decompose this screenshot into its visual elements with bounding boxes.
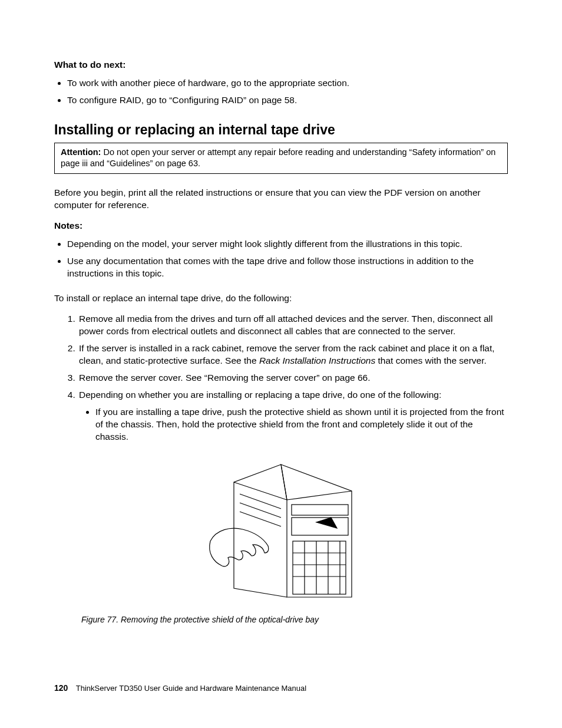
list-item: Use any documentation that comes with th… <box>67 255 508 280</box>
server-illustration-icon <box>199 459 363 600</box>
list-item: To work with another piece of hardware, … <box>67 77 508 90</box>
svg-rect-0 <box>293 541 346 594</box>
section-heading: Installing or replacing an internal tape… <box>54 121 508 139</box>
step-text-b: that comes with the server. <box>375 355 487 365</box>
figure-illustration <box>199 459 363 600</box>
what-next-list: To work with another piece of hardware, … <box>54 77 508 107</box>
attention-label: Attention: <box>61 147 101 157</box>
step-text: Depending on whether you are installing … <box>79 390 441 400</box>
attention-text: Do not open your server or attempt any r… <box>61 147 495 169</box>
svg-rect-9 <box>292 518 348 535</box>
list-item: To configure RAID, go to “Configuring RA… <box>67 94 508 107</box>
list-item: Depending on the model, your server migh… <box>67 238 508 251</box>
step-item: Depending on whether you are installing … <box>78 389 508 443</box>
substep-item: If you are installing a tape drive, push… <box>95 406 508 443</box>
figure-container: Figure 77. Removing the protective shiel… <box>54 459 508 625</box>
page-footer: 120 ThinkServer TD350 User Guide and Har… <box>54 683 306 694</box>
svg-line-11 <box>240 503 281 518</box>
page-container: What to do next: To work with another pi… <box>0 0 562 728</box>
intro-paragraph: Before you begin, print all the related … <box>54 187 508 212</box>
page-number: 120 <box>54 683 68 693</box>
svg-line-12 <box>240 512 281 526</box>
svg-rect-8 <box>292 505 348 515</box>
attention-box: Attention: Do not open your server or at… <box>54 143 508 174</box>
step-item: Remove all media from the drives and tur… <box>78 313 508 338</box>
step-text-italic: Rack Installation Instructions <box>259 355 375 365</box>
substep-list: If you are installing a tape drive, push… <box>79 406 508 443</box>
book-title: ThinkServer TD350 User Guide and Hardwar… <box>76 684 306 693</box>
what-next-heading: What to do next: <box>54 59 508 71</box>
figure-caption: Figure 77. Removing the protective shiel… <box>54 614 508 625</box>
step-item: Remove the server cover. See “Removing t… <box>78 372 508 384</box>
notes-list: Depending on the model, your server migh… <box>54 238 508 280</box>
steps-list: Remove all media from the drives and tur… <box>54 313 508 443</box>
notes-heading: Notes: <box>54 220 508 232</box>
step-item: If the server is installed in a rack cab… <box>78 342 508 367</box>
steps-intro: To install or replace an internal tape d… <box>54 292 508 305</box>
